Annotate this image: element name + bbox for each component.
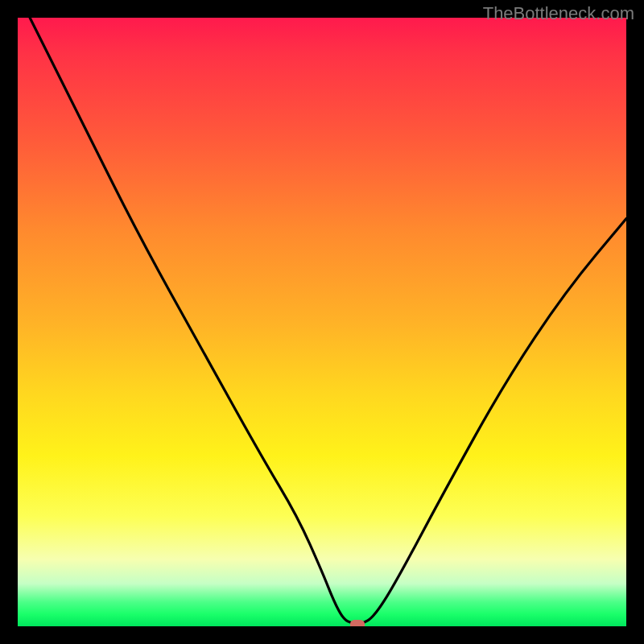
bottleneck-curve-svg (18, 18, 626, 626)
watermark-text: TheBottleneck.com (483, 3, 634, 24)
bottleneck-chart: TheBottleneck.com (0, 0, 644, 644)
plot-area (18, 18, 626, 626)
current-point-marker (350, 620, 365, 626)
bottleneck-curve (30, 18, 626, 624)
